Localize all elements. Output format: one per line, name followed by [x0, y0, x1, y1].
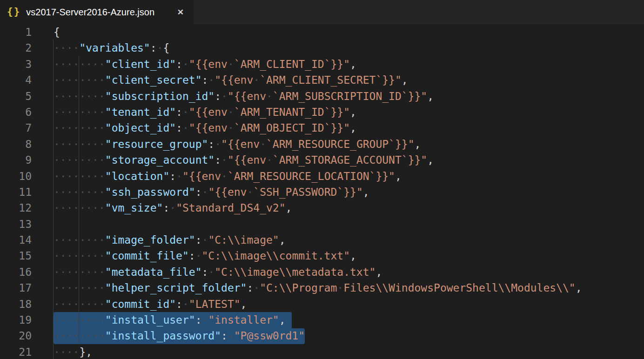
whitespace-dots: · [253, 282, 260, 294]
code-text: ········"storage_account":·"{{env·`ARM_S… [32, 152, 434, 168]
whitespace-dots: · [215, 138, 221, 150]
code-line[interactable]: 4········"client_secret":·"{{env·`ARM_CL… [0, 72, 644, 88]
whitespace-dots: · [195, 250, 202, 262]
code-line[interactable]: 16········"metadata_file":·"C:\\image\\m… [0, 264, 644, 280]
whitespace-dots: ········ [54, 154, 105, 166]
whitespace-dots: ········ [54, 58, 105, 70]
code-line[interactable]: 14········"image_folder":·"C:\\image", [0, 232, 644, 248]
whitespace-dots: ········ [54, 90, 105, 102]
whitespace-dots: · [182, 58, 189, 70]
code-text: ········"location":·"{{env·`ARM_RESOURCE… [32, 168, 402, 184]
code-line[interactable]: 13 [0, 216, 644, 232]
line-number: 19 [0, 312, 32, 328]
whitespace-dots: · [228, 58, 234, 70]
whitespace-dots: ········ [54, 266, 105, 278]
whitespace-dots: ········ [54, 138, 105, 150]
whitespace-dots: · [182, 106, 189, 118]
whitespace-dots: · [169, 202, 176, 214]
whitespace-dots: ········ [54, 122, 105, 134]
whitespace-dots: · [247, 186, 253, 198]
whitespace-dots: · [208, 266, 215, 278]
code-line[interactable]: 11········"ssh_password":·"{{env·`SSH_PA… [0, 184, 644, 200]
line-number: 10 [0, 168, 32, 184]
whitespace-dots: · [266, 154, 273, 166]
code-text: ········"metadata_file":·"C:\\image\\met… [32, 264, 382, 280]
code-text: ········"helper_script_folder":·"C:\\Pro… [32, 280, 582, 296]
code-line[interactable]: 3········"client_id":·"{{env·`ARM_CLIENT… [0, 56, 644, 72]
code-line[interactable]: 20········"install_password":·"P@ssw0rd1… [0, 328, 644, 344]
tab-filename: vs2017-Server2016-Azure.json [26, 7, 154, 18]
whitespace-dots: ········ [54, 314, 105, 326]
whitespace-dots: · [228, 106, 234, 118]
whitespace-dots: · [202, 186, 208, 198]
code-line[interactable]: 12········"vm_size":·"Standard_DS4_v2", [0, 200, 644, 216]
code-line[interactable]: 9········"storage_account":·"{{env·`ARM_… [0, 152, 644, 168]
line-number: 21 [0, 344, 32, 359]
line-number: 7 [0, 120, 32, 136]
code-line[interactable]: 10········"location":·"{{env·`ARM_RESOUR… [0, 168, 644, 184]
whitespace-dots: · [182, 298, 189, 310]
whitespace-dots: · [266, 90, 273, 102]
code-text: ········"object_id":·"{{env·`ARM_OBJECT_… [32, 120, 356, 136]
line-number: 2 [0, 40, 32, 56]
whitespace-dots: ········ [54, 250, 105, 262]
whitespace-dots: · [221, 170, 228, 182]
code-text: ········"install_password":·"P@ssw0rd1" [32, 328, 305, 344]
line-number: 16 [0, 264, 32, 280]
whitespace-dots: · [221, 154, 228, 166]
whitespace-dots: ···· [54, 42, 79, 54]
whitespace-dots: · [228, 330, 234, 342]
code-text: ········"subscription_id":·"{{env·`ARM_S… [32, 88, 434, 104]
code-lines: 1{2····"variables":·{3········"client_id… [0, 24, 644, 359]
code-editor[interactable]: 1{2····"variables":·{3········"client_id… [0, 24, 644, 359]
code-line[interactable]: 19········"install_user":·"installer", [0, 312, 644, 328]
code-text: ····}, [32, 344, 92, 359]
whitespace-dots: · [202, 234, 208, 246]
editor-tab[interactable]: {} vs2017-Server2016-Azure.json ✕ [0, 0, 194, 24]
line-number: 20 [0, 328, 32, 344]
code-line[interactable]: 17········"helper_script_folder":·"C:\\P… [0, 280, 644, 296]
code-text: ········"client_secret":·"{{env·`ARM_CLI… [32, 72, 408, 88]
code-line[interactable]: 2····"variables":·{ [0, 40, 644, 56]
code-text: ········"install_user":·"installer", [32, 312, 286, 328]
line-number: 11 [0, 184, 32, 200]
code-line[interactable]: 15········"commit_file":·"C:\\image\\com… [0, 248, 644, 264]
line-number: 17 [0, 280, 32, 296]
close-icon[interactable]: ✕ [176, 7, 185, 18]
line-number: 14 [0, 232, 32, 248]
tab-bar: {} vs2017-Server2016-Azure.json ✕ [0, 0, 644, 24]
code-text: ········"commit_file":·"C:\\image\\commi… [32, 248, 356, 264]
code-text: ········"image_folder":·"C:\\image", [32, 232, 286, 248]
line-number: 4 [0, 72, 32, 88]
line-number: 3 [0, 56, 32, 72]
code-line[interactable]: 5········"subscription_id":·"{{env·`ARM_… [0, 88, 644, 104]
whitespace-dots: · [228, 122, 234, 134]
code-line[interactable]: 6········"tenant_id":·"{{env·`ARM_TENANT… [0, 104, 644, 120]
code-text [32, 216, 54, 232]
whitespace-dots: ········ [54, 74, 105, 86]
whitespace-dots: · [202, 314, 208, 326]
code-text: ········"resource_group":·"{{env·`ARM_RE… [32, 136, 421, 152]
code-line[interactable]: 1{ [0, 24, 644, 40]
line-number: 8 [0, 136, 32, 152]
whitespace-dots: ········ [54, 298, 105, 310]
code-text: ····"variables":·{ [32, 40, 169, 56]
line-number: 5 [0, 88, 32, 104]
whitespace-dots: ········ [54, 186, 105, 198]
whitespace-dots: ········ [54, 170, 105, 182]
code-line[interactable]: 8········"resource_group":·"{{env·`ARM_R… [0, 136, 644, 152]
whitespace-dots: · [221, 90, 228, 102]
whitespace-dots: ········ [54, 202, 105, 214]
whitespace-dots: ········ [54, 330, 105, 342]
code-line[interactable]: 18········"commit_id":·"LATEST", [0, 296, 644, 312]
code-line[interactable]: 7········"object_id":·"{{env·`ARM_OBJECT… [0, 120, 644, 136]
whitespace-dots: · [208, 74, 215, 86]
code-line[interactable]: 21····}, [0, 344, 644, 359]
code-text: ········"vm_size":·"Standard_DS4_v2", [32, 200, 292, 216]
whitespace-dots: ········ [54, 282, 105, 294]
whitespace-dots: · [260, 138, 266, 150]
line-number: 1 [0, 24, 32, 40]
code-text: { [32, 24, 60, 40]
whitespace-dots: ···· [54, 346, 79, 358]
whitespace-dots: · [182, 122, 189, 134]
